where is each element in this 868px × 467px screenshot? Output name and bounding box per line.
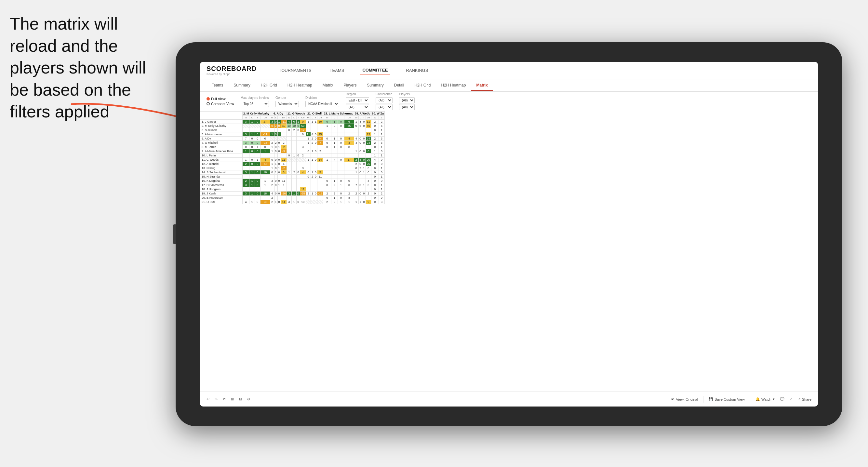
view-icon: 👁 bbox=[671, 397, 675, 401]
redo-button[interactable]: ↪ bbox=[215, 397, 218, 401]
undo-button[interactable]: ↩ bbox=[207, 397, 210, 401]
share-icon: ↗ bbox=[798, 397, 801, 401]
logo-area: SCOREBOARD Powered by clippd bbox=[207, 65, 257, 76]
division-select[interactable]: NCAA Division II bbox=[305, 101, 339, 107]
tablet-frame: SCOREBOARD Powered by clippd TOURNAMENTS… bbox=[176, 42, 842, 426]
header-player-4: 21. O Stoll bbox=[306, 112, 323, 116]
nav-committee[interactable]: COMMITTEE bbox=[360, 66, 390, 74]
full-view-radio[interactable] bbox=[207, 97, 210, 100]
toolbar-separator-2 bbox=[750, 396, 750, 403]
table-row: 11. G Woods 1014 00011 11014 14017 24020… bbox=[200, 158, 385, 162]
sub-navigation: Teams Summary H2H Grid H2H Heatmap Matri… bbox=[200, 80, 818, 92]
tablet-side-button bbox=[173, 224, 176, 244]
header-player-3: 11. G Woods bbox=[286, 112, 306, 116]
table-row: 7. O Mitchell 300-18 2202 120-4 0104 400… bbox=[200, 141, 385, 145]
max-players-select[interactable]: Top 25 bbox=[241, 101, 269, 107]
conference-select[interactable]: (All) bbox=[376, 97, 393, 103]
nav-teams[interactable]: TEAMS bbox=[327, 67, 347, 74]
table-row: 8. M Torres 0010 101-2 3 0108 01 bbox=[200, 145, 385, 149]
compact-view-radio[interactable] bbox=[207, 102, 210, 105]
subnav-h2hheatmap2[interactable]: H2H Heatmap bbox=[436, 80, 471, 91]
table-row: 19. J Kanh 31018 400-20 310-35 210-18 22… bbox=[200, 191, 385, 196]
nav-tournaments[interactable]: TOURNAMENTS bbox=[276, 67, 314, 74]
division-filter: Division NCAA Division II bbox=[305, 96, 339, 107]
refresh-button[interactable]: ↺ bbox=[223, 397, 226, 401]
gender-filter: Gender Women's bbox=[275, 96, 299, 107]
header-player-7: 60. W Za bbox=[371, 112, 385, 116]
gender-select[interactable]: Women's bbox=[275, 101, 299, 107]
table-row: 20. E Andersson 2 0108 00 bbox=[200, 196, 385, 200]
filters-row: Full View Compact View Max players in vi… bbox=[200, 92, 818, 111]
table-row: 12. A Bianchi 200-58 1104 20025 00 bbox=[200, 162, 385, 166]
table-row: 18. J Hodgson 11 01 bbox=[200, 187, 385, 191]
table-row: 5. A Nomrowski 310-11 101 0 114025 13 11 bbox=[200, 132, 385, 136]
save-custom-button[interactable]: 💾 Save Custom View bbox=[709, 397, 745, 401]
annotation-text: The matrix will reload and the players s… bbox=[10, 13, 159, 123]
watch-button[interactable]: 🔔 Watch ▾ bbox=[755, 397, 775, 401]
subnav-players[interactable]: Players bbox=[338, 80, 362, 91]
table-row: 16. K Mcgaha 2101 30011 0100 3 00 bbox=[200, 179, 385, 183]
table-row: 17. D Ballesteros 3101 2011 0210 7010 01 bbox=[200, 183, 385, 187]
expand-button[interactable]: ⤢ bbox=[789, 397, 793, 401]
header-player-1: 2. M Kelly Mulcahy bbox=[243, 112, 270, 116]
subnav-h2hgrid2[interactable]: H2H Grid bbox=[409, 80, 436, 91]
settings-button[interactable]: ⊙ bbox=[247, 397, 250, 401]
share-button[interactable]: ↗ Share bbox=[798, 397, 811, 401]
header-player-5: 23. L Marie Schurnac bbox=[323, 112, 354, 116]
table-row: 6. A Dy 7000 120-4 0104 40024 23 bbox=[200, 136, 385, 141]
subnav-h2hgrid[interactable]: H2H Grid bbox=[256, 80, 282, 91]
subnav-h2hheatmap[interactable]: H2H Heatmap bbox=[282, 80, 317, 91]
grid-button[interactable]: ⊡ bbox=[239, 397, 242, 401]
region-select[interactable]: East - DII bbox=[346, 97, 369, 103]
bottom-toolbar: ↩ ↪ ↺ ⊞ ⊡ ⊙ 👁 View: Original 💾 Save Cust… bbox=[200, 392, 818, 406]
table-row: 13. N Klug 101-2 3 0210 01 bbox=[200, 166, 385, 170]
toolbar-separator-1 bbox=[703, 396, 704, 403]
logo-subtitle: Powered by clippd bbox=[207, 72, 257, 76]
max-players-filter: Max players in view Top 25 bbox=[241, 96, 269, 107]
subnav-summary[interactable]: Summary bbox=[228, 80, 255, 91]
top-navigation: SCOREBOARD Powered by clippd TOURNAMENTS… bbox=[200, 62, 818, 80]
table-row: 2. M Kelly Mulcahy 07040 1010050 10035 0… bbox=[200, 124, 385, 128]
nav-rankings[interactable]: RANKINGS bbox=[403, 67, 431, 74]
conference-sub-select[interactable]: (All) bbox=[376, 104, 393, 110]
region-sub-select[interactable]: (All) bbox=[346, 104, 369, 110]
table-row: 1. J Garcia 31027 301-11 4010 11110 0106… bbox=[200, 120, 385, 124]
table-row: 15. H Stranda 02011 01 bbox=[200, 175, 385, 179]
table-row: 14. S Srichantamit 31018 0105 1204 0105 … bbox=[200, 170, 385, 175]
save-icon: 💾 bbox=[709, 397, 713, 401]
chevron-down-icon: ▾ bbox=[773, 397, 775, 401]
comment-button[interactable]: 💬 bbox=[780, 397, 784, 401]
header-player-2: 6. A Dy bbox=[270, 112, 287, 116]
matrix-table: 2. M Kelly Mulcahy 6. A Dy 11. G Woods 2… bbox=[200, 111, 385, 204]
players-sub-select[interactable]: (All) bbox=[399, 104, 415, 110]
table-row: 10. L Perini 0102 11 bbox=[200, 154, 385, 158]
table-row: 21. O Stoll 410-33 21014 31010 2211 1109… bbox=[200, 200, 385, 204]
subnav-matrix[interactable]: Matrix bbox=[317, 80, 339, 91]
region-filter: Region East - DII (All) bbox=[346, 92, 369, 110]
matrix-content: 2. M Kelly Mulcahy 6. A Dy 11. G Woods 2… bbox=[200, 111, 818, 392]
subnav-matrix2[interactable]: Matrix bbox=[471, 80, 493, 91]
full-view-option[interactable]: Full View bbox=[207, 97, 234, 101]
players-filter: Players (All) (All) bbox=[399, 92, 415, 110]
table-row: 3. S Jelinek 02017 01 bbox=[200, 128, 385, 132]
header-name-col bbox=[200, 112, 243, 120]
tablet-screen: SCOREBOARD Powered by clippd TOURNAMENTS… bbox=[200, 62, 818, 406]
table-row: 9. A Maria Jimenez Rios 1001 100-9 0102 … bbox=[200, 149, 385, 154]
players-select[interactable]: (All) bbox=[399, 97, 415, 103]
watch-icon: 🔔 bbox=[755, 397, 760, 401]
view-original-button[interactable]: 👁 View: Original bbox=[671, 397, 698, 401]
header-player-6: 38. A Webb bbox=[354, 112, 371, 116]
zoom-button[interactable]: ⊞ bbox=[231, 397, 234, 401]
compact-view-option[interactable]: Compact View bbox=[207, 102, 234, 106]
conference-filter: Conference (All) (All) bbox=[376, 92, 393, 110]
logo-title: SCOREBOARD bbox=[207, 65, 257, 72]
view-options: Full View Compact View bbox=[207, 97, 234, 106]
subnav-detail[interactable]: Detail bbox=[389, 80, 409, 91]
matrix-table-wrapper[interactable]: 2. M Kelly Mulcahy 6. A Dy 11. G Woods 2… bbox=[200, 111, 818, 392]
subnav-teams[interactable]: Teams bbox=[207, 80, 228, 91]
subnav-summary2[interactable]: Summary bbox=[362, 80, 389, 91]
